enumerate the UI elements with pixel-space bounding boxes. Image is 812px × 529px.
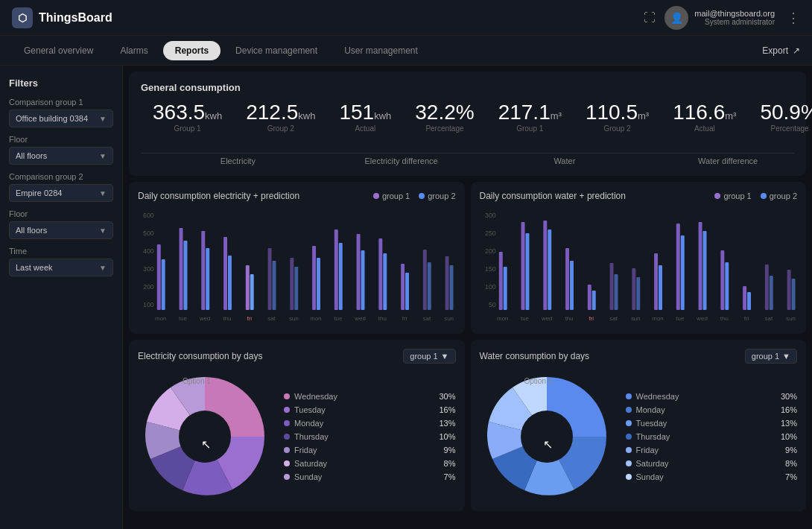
legend-day-label: Wednesday xyxy=(294,392,337,401)
legend-day-label: Thursday xyxy=(636,432,670,441)
legend-color-dot xyxy=(284,393,290,399)
water-pie-wrapper: Option 1 ↖ xyxy=(480,370,614,504)
svg-text:sun: sun xyxy=(786,315,796,322)
electricity-group2-metric: 212.5kwh Group 2 xyxy=(234,102,327,133)
svg-text:150: 150 xyxy=(484,265,495,273)
water-group1-value: 217.1m³ xyxy=(498,102,562,123)
floor-2-dropdown[interactable]: All floors ▼ xyxy=(9,221,113,239)
svg-rect-23 xyxy=(339,243,343,310)
tab-user-management[interactable]: User management xyxy=(332,41,430,60)
dropdown-arrow-4: ▼ xyxy=(99,227,107,235)
electricity-chart-header: Daily consumption electricity + predicti… xyxy=(138,191,456,201)
content-area: General consumption 363.5kwh Group 1 212… xyxy=(123,66,812,529)
svg-text:sat: sat xyxy=(764,315,773,322)
electricity-pie-chart: ↖ xyxy=(138,370,272,504)
main-layout: Filters Comparison group 1 Office buildi… xyxy=(0,66,812,529)
water-group2-label: Group 2 xyxy=(586,124,649,133)
legend-pct: 7% xyxy=(435,472,456,481)
svg-rect-25 xyxy=(361,250,365,310)
electricity-group2-label: Group 2 xyxy=(246,124,315,133)
svg-text:fri: fri xyxy=(402,315,407,322)
water-chart-panel: Daily consumption water + prediction gro… xyxy=(471,182,807,334)
svg-rect-79 xyxy=(769,276,773,310)
svg-text:sat: sat xyxy=(609,315,618,322)
svg-text:400: 400 xyxy=(143,247,154,255)
svg-rect-65 xyxy=(614,274,618,310)
user-info: 👤 mail@thingsboard.org System administra… xyxy=(664,6,775,30)
category-electricity: Electricity xyxy=(141,153,335,165)
svg-text:mon: mon xyxy=(497,315,508,322)
dropdown-arrow-1: ▼ xyxy=(99,115,107,123)
water-diff-actual-metric: 116.6m³ Actual xyxy=(661,102,748,133)
svg-rect-64 xyxy=(609,263,613,310)
expand-icon[interactable]: ⛶ xyxy=(644,11,656,25)
svg-rect-12 xyxy=(223,237,227,310)
svg-text:200: 200 xyxy=(484,247,495,255)
floor-2-label: Floor xyxy=(9,209,113,218)
water-group1-label: Group 1 xyxy=(498,124,562,133)
svg-rect-16 xyxy=(268,248,272,310)
svg-text:tue: tue xyxy=(676,315,685,322)
svg-text:wed: wed xyxy=(354,315,366,322)
svg-rect-57 xyxy=(525,233,529,310)
water-group1-metric: 217.1m³ Group 1 xyxy=(486,102,574,133)
tab-general-overview[interactable]: General overview xyxy=(12,41,105,60)
svg-text:fri: fri xyxy=(247,315,252,322)
svg-rect-73 xyxy=(702,231,706,310)
legend-electricity-group1: group 1 xyxy=(373,191,410,200)
header-right: ⛶ 👤 mail@thingsboard.org System administ… xyxy=(644,6,800,30)
legend-pct: 9% xyxy=(776,446,797,454)
svg-rect-19 xyxy=(294,267,298,310)
floor-1-label: Floor xyxy=(9,135,113,144)
svg-text:wed: wed xyxy=(540,315,552,322)
tab-alarms[interactable]: Alarms xyxy=(108,41,159,60)
svg-rect-66 xyxy=(632,268,635,310)
electricity-group1-metric: 363.5kwh Group 1 xyxy=(141,102,234,133)
export-button[interactable]: Export ↗ xyxy=(762,45,800,56)
electricity-group-selector[interactable]: group 1 ▼ xyxy=(403,349,455,364)
legend-pct: 30% xyxy=(776,392,797,401)
svg-rect-28 xyxy=(401,264,405,310)
water-group-selector[interactable]: group 1 ▼ xyxy=(745,349,797,364)
legend-pct: 16% xyxy=(435,405,456,414)
svg-text:mon: mon xyxy=(652,315,663,322)
svg-text:sun: sun xyxy=(630,315,640,322)
water-by-days-title: Water consumption by days xyxy=(480,351,590,361)
electricity-by-days-header: Electricity consumption by days group 1 … xyxy=(138,349,456,364)
legend-day-label: Monday xyxy=(294,419,323,428)
svg-rect-30 xyxy=(423,250,427,310)
svg-rect-24 xyxy=(357,234,361,310)
comparison-group-1-label: Comparison group 1 xyxy=(9,98,113,107)
filters-title: Filters xyxy=(9,77,113,89)
svg-text:sat: sat xyxy=(423,315,431,322)
svg-text:500: 500 xyxy=(143,229,154,237)
water-diff-pct-metric: 50.9% Percentage xyxy=(748,102,812,133)
svg-text:↖: ↖ xyxy=(543,438,553,451)
tab-device-management[interactable]: Device management xyxy=(223,41,329,60)
svg-text:sun: sun xyxy=(444,315,454,322)
electricity-diff-actual-metric: 151kwh Actual xyxy=(327,102,403,133)
category-electricity-diff: Electricity difference xyxy=(335,153,468,165)
electricity-diff-pct-metric: 32.2% Percentage xyxy=(403,102,486,133)
svg-rect-77 xyxy=(747,292,751,310)
svg-text:mon: mon xyxy=(155,315,166,322)
time-label: Time xyxy=(9,247,113,256)
time-dropdown[interactable]: Last week ▼ xyxy=(9,259,113,276)
legend-pct: 8% xyxy=(776,459,797,468)
water-pie-legend: Wednesday 30% Monday 16% Tuesday 13% Thu… xyxy=(626,390,798,484)
svg-text:thu: thu xyxy=(223,315,232,322)
comparison-group-1-dropdown[interactable]: Office building 0384 ▼ xyxy=(9,110,113,127)
svg-text:sun: sun xyxy=(289,315,299,322)
comparison-group-2-dropdown[interactable]: Empire 0284 ▼ xyxy=(9,184,113,202)
chevron-down-icon: ▼ xyxy=(441,352,449,361)
legend-item: Saturday 8% xyxy=(284,457,456,470)
tab-reports[interactable]: Reports xyxy=(163,41,221,60)
legend-water-dot-group1 xyxy=(714,193,720,199)
electricity-by-days-panel: Electricity consumption by days group 1 … xyxy=(129,340,465,511)
electricity-group1-label: Group 1 xyxy=(153,124,222,133)
svg-rect-7 xyxy=(162,259,165,310)
legend-label-group2: group 2 xyxy=(428,191,455,200)
floor-1-dropdown[interactable]: All floors ▼ xyxy=(9,147,113,165)
dots-menu-icon[interactable]: ⋮ xyxy=(787,10,800,26)
svg-rect-20 xyxy=(312,246,316,310)
